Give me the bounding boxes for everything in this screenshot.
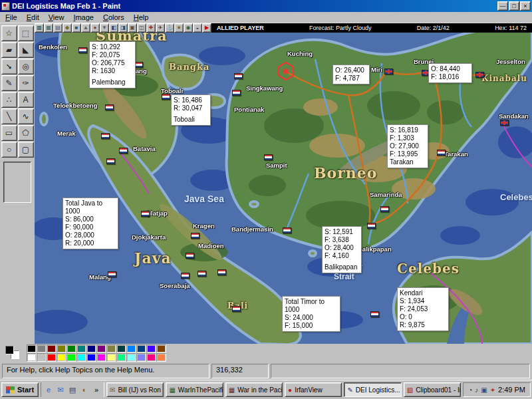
minimize-button[interactable]: — <box>497 1 508 11</box>
game-toolbar-button-9[interactable]: ◧ <box>109 23 118 33</box>
internet-explorer-icon[interactable]: e <box>43 384 54 395</box>
game-toolbar-button-4[interactable]: ◆ <box>63 23 72 33</box>
show-desktop-icon[interactable]: ▤ <box>67 384 78 395</box>
palette-color[interactable] <box>37 344 47 353</box>
task-clipboard01-irf[interactable]: ▧Clipboard01 - Irf... <box>404 382 461 397</box>
palette-color[interactable] <box>146 344 156 353</box>
task-war-in-the-pacific[interactable]: ▦War in the Pacific <box>225 382 283 397</box>
game-toolbar-button-12[interactable]: ◫ <box>137 23 146 33</box>
game-toolbar-button-5[interactable]: ■ <box>72 23 81 33</box>
game-toolbar-button-11[interactable]: ▣ <box>128 23 137 33</box>
palette-color[interactable] <box>66 353 76 362</box>
menu-colors[interactable]: Colors <box>98 13 129 22</box>
palette-color[interactable] <box>76 344 86 353</box>
tool-rounded-rectangle[interactable]: ▢ <box>18 142 34 158</box>
game-toolbar-button-7[interactable]: ● <box>90 23 100 33</box>
palette-color[interactable] <box>116 353 126 362</box>
maximize-button[interactable]: □ <box>509 1 519 11</box>
tool-eraser[interactable]: ▰ <box>1 42 17 58</box>
status-spare-panel <box>271 364 530 378</box>
game-toolbar-button-17[interactable]: ◉ <box>184 23 193 33</box>
game-toolbar-button-1[interactable]: ▩ <box>35 23 44 33</box>
color-swatch <box>68 354 75 360</box>
statusbar: For Help, click Help Topics on the Help … <box>0 362 532 380</box>
palette-color[interactable] <box>86 344 96 353</box>
menu-image[interactable]: Image <box>68 13 98 22</box>
tool-pencil[interactable]: ✎ <box>1 75 17 91</box>
palette-color[interactable] <box>156 344 166 353</box>
map[interactable]: ✱ SumatraBangkaBorneoJavaCelebesBaliKina… <box>35 33 532 344</box>
info-box-line: F: 24,053 <box>400 305 446 313</box>
tool-ellipse[interactable]: ○ <box>1 142 17 158</box>
info-box: O: 84,440F: 18,016 <box>428 63 472 83</box>
palette-color[interactable] <box>146 353 156 362</box>
tool-rectangle[interactable]: ▭ <box>1 125 17 141</box>
quick-launch-overflow-chevron[interactable]: » <box>91 384 102 395</box>
palette-color[interactable] <box>126 353 136 362</box>
palette-color[interactable] <box>96 344 106 353</box>
tool-magnifier[interactable]: ◎ <box>18 59 34 74</box>
volume-icon[interactable]: ♪ <box>475 386 478 394</box>
tool-curve[interactable]: ∿ <box>18 108 34 124</box>
tool-brush[interactable]: ✑ <box>18 75 34 91</box>
palette-color[interactable] <box>66 344 76 353</box>
palette-color[interactable] <box>57 353 66 362</box>
menu-help[interactable]: Help <box>129 13 154 22</box>
color-swatch <box>128 354 135 360</box>
palette-color[interactable] <box>136 344 146 353</box>
palette-color[interactable] <box>47 344 57 353</box>
graphics-tray-icon[interactable]: ✦ <box>490 386 495 394</box>
game-toolbar-button-19[interactable]: ▶ <box>202 23 211 33</box>
palette-color[interactable] <box>116 344 126 353</box>
game-toolbar-button-18[interactable]: ◒ <box>193 23 202 33</box>
task-dei-logistics[interactable]: ✎DEI Logistics... <box>344 382 401 397</box>
palette-color[interactable] <box>136 353 146 362</box>
palette-color[interactable] <box>76 353 86 362</box>
close-button[interactable]: × <box>520 1 531 11</box>
tool-free-form-select[interactable]: ☆ <box>1 25 17 41</box>
town-kuching: Kuching <box>287 50 313 57</box>
palette-color[interactable] <box>47 353 57 362</box>
palette-color[interactable] <box>27 344 37 353</box>
palette-color[interactable] <box>57 344 66 353</box>
paint-canvas[interactable]: ▩▦▤◆■▲●▼◧◨▣◫✚✈⚓★◉◒▶ ALLIED PLAYER Foreca… <box>35 23 532 344</box>
info-box-line: F: 18,016 <box>431 73 469 81</box>
palette-color[interactable] <box>106 344 116 353</box>
menu-edit[interactable]: Edit <box>22 13 44 22</box>
tool-line[interactable]: ╲ <box>1 108 17 124</box>
game-toolbar-button-10[interactable]: ◨ <box>118 23 128 33</box>
tool-select[interactable]: ⬚ <box>18 25 34 41</box>
tool-pick-color[interactable]: ➘ <box>1 59 17 74</box>
tool-polygon[interactable]: ⬠ <box>18 125 34 141</box>
menubar: FileEditViewImageColorsHelp <box>0 12 532 23</box>
palette-color[interactable] <box>86 353 96 362</box>
display-icon[interactable]: ▣ <box>481 386 487 394</box>
game-toolbar-button-13[interactable]: ✚ <box>146 23 156 33</box>
schedule-icon[interactable]: ◔ <box>468 386 472 394</box>
palette-color[interactable] <box>27 353 37 362</box>
tool-text[interactable]: A <box>18 92 34 108</box>
game-toolbar-button-16[interactable]: ★ <box>174 23 184 33</box>
game-toolbar-button-8[interactable]: ▼ <box>100 23 109 33</box>
game-toolbar-button-14[interactable]: ✈ <box>156 23 165 33</box>
tool-airbrush[interactable]: ∴ <box>1 92 17 108</box>
view-channels-icon[interactable]: ◐ <box>79 384 90 395</box>
palette-color[interactable] <box>156 353 166 362</box>
task-bill-ij-vs-ron[interactable]: ✉Bill (IJ) vs Ron (... <box>106 382 164 397</box>
game-toolbar-button-6[interactable]: ▲ <box>81 23 90 33</box>
tool-fill-with-color[interactable]: ◣ <box>18 42 34 58</box>
palette-color[interactable] <box>126 344 136 353</box>
task-irfanview[interactable]: ●IrfanView <box>285 382 342 397</box>
menu-file[interactable]: File <box>1 13 22 22</box>
game-toolbar-button-2[interactable]: ▦ <box>44 23 53 33</box>
palette-color[interactable] <box>96 353 106 362</box>
game-toolbar-button-3[interactable]: ▤ <box>53 23 63 33</box>
outlook-express-icon[interactable]: ✉ <box>55 384 66 395</box>
menu-view[interactable]: View <box>44 13 69 22</box>
game-toolbar-button-15[interactable]: ⚓ <box>165 23 174 33</box>
palette-color[interactable] <box>106 353 116 362</box>
start-button[interactable]: Start <box>1 382 39 397</box>
foreground-background-colors[interactable] <box>3 344 23 362</box>
palette-color[interactable] <box>37 353 47 362</box>
task-warinthepacifi[interactable]: ▦WarInThePacifi... <box>166 382 223 397</box>
